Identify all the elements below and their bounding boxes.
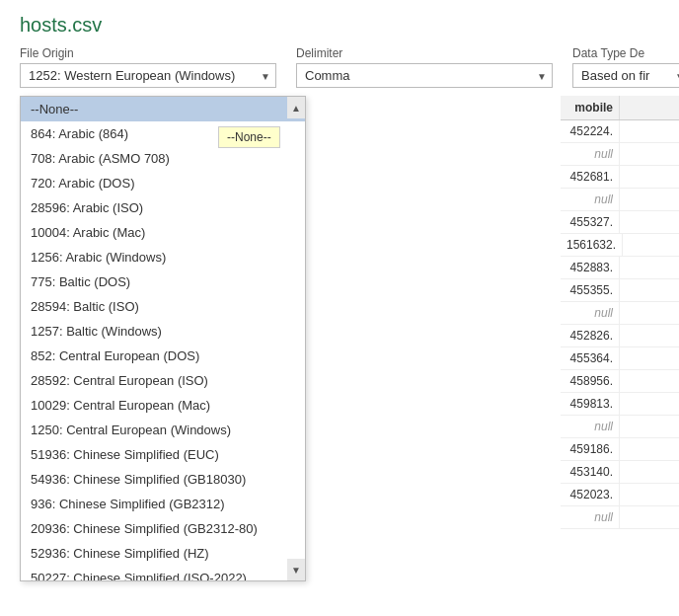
list-item[interactable]: 936: Chinese Simplified (GB2312) xyxy=(21,492,305,516)
delimiter-group: Delimiter Comma ▼ xyxy=(296,46,553,88)
list-item[interactable]: 54936: Chinese Simplified (GB18030) xyxy=(21,467,305,492)
file-origin-group: File Origin 1252: Western European (Wind… xyxy=(20,46,276,88)
table-cell-mobile: 455327. xyxy=(561,211,620,233)
delimiter-select[interactable]: Comma xyxy=(296,63,553,88)
list-item[interactable]: 28594: Baltic (ISO) xyxy=(21,294,305,319)
title-bar: hosts.csv xyxy=(0,0,679,46)
table-cell-mobile: 452883. xyxy=(561,257,620,278)
table-cell-mobile: 455364. xyxy=(561,347,620,369)
table-cell-mobile: 452224. xyxy=(561,120,620,142)
scroll-down-button[interactable]: ▼ xyxy=(287,559,305,580)
table-row: null xyxy=(561,302,679,325)
list-item[interactable]: 50227: Chinese Simplified (ISO-2022) xyxy=(21,566,305,580)
table-row: 459813. xyxy=(561,393,679,416)
table-cell-mobile: 452681. xyxy=(561,166,620,188)
page-title: hosts.csv xyxy=(20,14,659,37)
table-cell-mobile: null xyxy=(561,302,620,324)
list-item[interactable]: 28596: Arabic (ISO) xyxy=(21,195,305,220)
table-row: 459186. xyxy=(561,438,679,461)
table-row: 1561632. xyxy=(561,234,679,257)
table-row: 455364. xyxy=(561,347,679,370)
list-item[interactable]: 852: Central European (DOS) xyxy=(21,344,305,368)
table-row: 452023. xyxy=(561,484,679,506)
table-cell-mobile: 453140. xyxy=(561,461,620,483)
file-origin-dropdown[interactable]: 1252: Western European (Windows) ▼ xyxy=(20,63,276,88)
dropdown-list-overlay[interactable]: ▲ --None-- 864: Arabic (864)708: Arabic … xyxy=(20,96,306,581)
table-cell-mobile: 452023. xyxy=(561,484,620,505)
table-row: 455327. xyxy=(561,211,679,234)
table-cell-mobile: null xyxy=(561,416,620,437)
list-item[interactable]: 10029: Central European (Mac) xyxy=(21,393,305,418)
list-item[interactable]: 1256: Arabic (Windows) xyxy=(21,245,305,270)
column-header-mobile: mobile xyxy=(561,96,620,119)
table-row: 458956. xyxy=(561,370,679,393)
data-type-label: Data Type De xyxy=(572,46,679,60)
file-origin-select[interactable]: 1252: Western European (Windows) xyxy=(20,63,276,88)
list-item[interactable]: 864: Arabic (864) xyxy=(21,121,305,146)
table-cell-mobile: 1561632. xyxy=(561,234,623,256)
list-item[interactable]: 720: Arabic (DOS) xyxy=(21,171,305,195)
table-row: null xyxy=(561,143,679,166)
data-type-select[interactable]: Based on fir xyxy=(572,63,679,88)
list-item[interactable]: 1257: Baltic (Windows) xyxy=(21,319,305,344)
list-item[interactable]: 51936: Chinese Simplified (EUC) xyxy=(21,442,305,467)
controls-row: File Origin 1252: Western European (Wind… xyxy=(0,46,679,96)
dropdown-list-container: ▲ --None-- 864: Arabic (864)708: Arabic … xyxy=(21,97,305,580)
file-origin-label: File Origin xyxy=(20,46,276,60)
list-item[interactable]: 10004: Arabic (Mac) xyxy=(21,220,305,245)
list-item[interactable]: 708: Arabic (ASMO 708) xyxy=(21,146,305,171)
data-type-dropdown[interactable]: Based on fir ▼ xyxy=(572,63,679,88)
table-row: 452681. xyxy=(561,166,679,189)
list-item[interactable]: 1250: Central European (Windows) xyxy=(21,418,305,442)
table-row: 453140. xyxy=(561,461,679,484)
table-row: 452224. xyxy=(561,120,679,143)
table-row: null xyxy=(561,189,679,211)
table-row: 452883. xyxy=(561,257,679,279)
dropdown-items-list[interactable]: --None-- 864: Arabic (864)708: Arabic (A… xyxy=(21,97,305,580)
list-item[interactable]: 52936: Chinese Simplified (HZ) xyxy=(21,541,305,566)
dropdown-items-container: 864: Arabic (864)708: Arabic (ASMO 708)7… xyxy=(21,121,305,580)
table-cell-mobile: null xyxy=(561,143,620,165)
delimiter-dropdown[interactable]: Comma ▼ xyxy=(296,63,553,88)
table-cell-mobile: 459186. xyxy=(561,438,620,460)
table-row: null xyxy=(561,416,679,438)
table-row: 455355. xyxy=(561,279,679,302)
scroll-up-button[interactable]: ▲ xyxy=(287,97,305,118)
table-cell-mobile: null xyxy=(561,506,620,528)
table-row: 452826. xyxy=(561,325,679,347)
list-item[interactable]: 20936: Chinese Simplified (GB2312-80) xyxy=(21,516,305,541)
list-item[interactable]: 28592: Central European (ISO) xyxy=(21,368,305,393)
main-area: ▲ --None-- 864: Arabic (864)708: Arabic … xyxy=(0,96,679,613)
data-type-group: Data Type De Based on fir ▼ xyxy=(572,46,679,88)
delimiter-label: Delimiter xyxy=(296,46,553,60)
table-cell-mobile: null xyxy=(561,189,620,210)
table-row: null xyxy=(561,506,679,529)
table-header: mobile xyxy=(561,96,679,120)
table-cell-mobile: 459813. xyxy=(561,393,620,415)
dropdown-none-item[interactable]: --None-- xyxy=(21,97,305,121)
table-cell-mobile: 455355. xyxy=(561,279,620,301)
table-cell-mobile: 452826. xyxy=(561,325,620,346)
list-item[interactable]: 775: Baltic (DOS) xyxy=(21,270,305,294)
table-panel: mobile 452224.null452681.null455327.1561… xyxy=(561,96,679,613)
table-body: 452224.null452681.null455327.1561632.452… xyxy=(561,120,679,529)
table-cell-mobile: 458956. xyxy=(561,370,620,392)
